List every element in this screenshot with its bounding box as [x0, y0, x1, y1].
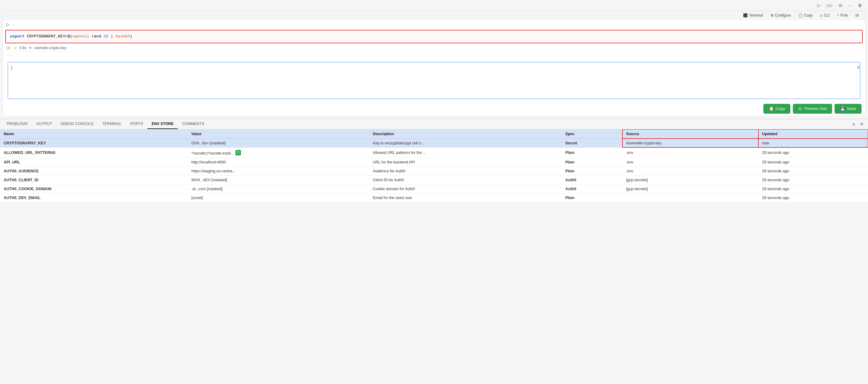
table-header-row: Name Value Description Spec Source Updat…: [0, 129, 868, 139]
cell-name: AUTH0_CLIENT_ID: [0, 175, 188, 184]
split-button[interactable]: ⊟: [836, 2, 845, 9]
cell-value: WVK...kEV [masked]: [191, 178, 227, 182]
panel-tab-actions: ∧ ✕: [850, 121, 866, 127]
table-row[interactable]: AUTH0_DEV_EMAIL [unset] Email for the se…: [0, 193, 868, 202]
cell-actions: 📋 Copy ⊙ Preview Gist 💾 Save: [3, 101, 865, 116]
cell-source: .env: [622, 167, 758, 175]
cell-value-col: GVA...6o= [masked]: [188, 139, 369, 147]
cell-run-button[interactable]: ▷: [6, 22, 10, 27]
code-pipe: |: [108, 34, 115, 39]
col-name: Name: [0, 129, 188, 139]
cell-name: overwite-crypto-key: [34, 46, 66, 50]
col-source: Source: [622, 129, 758, 139]
tab-comments[interactable]: COMMENTS: [178, 119, 208, 129]
cell-1: ▷ ⌄ export CRYPTOGRAPHY_KEY=$(openssl ra…: [3, 20, 865, 52]
configure-button[interactable]: ⚙ Configure: [768, 12, 794, 19]
cell-spec: Plain: [562, 167, 622, 175]
cell-number: [3]: [6, 46, 10, 50]
top-toolbar: ▷ ▷▷ ⊟ ··· 🗑: [0, 0, 868, 11]
code-func: openssl: [72, 34, 89, 39]
edit-icon: ✏: [29, 46, 32, 50]
cli-button[interactable]: ▷ CLI: [818, 12, 832, 19]
cell-value-col: ^vscode:|^vscode-insid...: [188, 147, 369, 157]
panel-close-button[interactable]: ✕: [858, 121, 866, 127]
close-cell-button[interactable]: ✕: [856, 64, 860, 70]
cell-value: https://staging.us-centra...: [191, 169, 236, 173]
tab-ports[interactable]: PORTS: [126, 119, 147, 129]
copy-icon: 📋: [769, 106, 774, 111]
cell-description: URL for the backend API: [369, 157, 562, 167]
copy-button[interactable]: 📋 Copy: [763, 104, 790, 114]
sh-button[interactable]: sh: [852, 12, 862, 19]
cell-spec: Secret: [562, 139, 622, 147]
cell-description: Email for the seed user: [369, 193, 562, 202]
empty-cell-input[interactable]: [8, 62, 860, 99]
save-button[interactable]: 💾 Save: [835, 104, 862, 114]
cell-updated: 29 seconds ago: [758, 184, 868, 193]
cell-name: AUTH0_COOKIE_DOMAIN: [0, 184, 188, 193]
cell-description: Allowed URL patterns for the ...: [369, 147, 562, 157]
table-row[interactable]: AUTH0_CLIENT_ID WVK...kEV [masked] Clien…: [0, 175, 868, 184]
cell-spec: Plain: [562, 193, 622, 202]
col-value: Value: [188, 129, 369, 139]
cell-spec: Auth0: [562, 184, 622, 193]
tab-terminal[interactable]: TERMINAL: [98, 119, 126, 129]
fork-button[interactable]: ⑂ Fork: [835, 12, 850, 19]
cell-updated: 29 seconds ago: [758, 167, 868, 175]
bottom-panel: PROBLEMS OUTPUT DEBUG CONSOLE TERMINAL P…: [0, 119, 868, 202]
empty-cell-wrapper: ✕: [5, 62, 863, 99]
cell-description: Cookie domain for Auth0: [369, 184, 562, 193]
col-description: Description: [369, 129, 562, 139]
cell-name: AUTH0_DEV_EMAIL: [0, 193, 188, 202]
cell-code-block: export CRYPTOGRAPHY_KEY=$(openssl rand 3…: [5, 30, 863, 43]
copy-toolbar-button[interactable]: 📋 Copy: [796, 12, 815, 19]
cell-updated: 29 seconds ago: [758, 157, 868, 167]
cell-description: Audience for Auth0: [369, 167, 562, 175]
cell-source: [gcp:secrets]: [622, 175, 758, 184]
delete-button[interactable]: 🗑: [856, 2, 864, 9]
more-button[interactable]: ···: [846, 2, 854, 9]
tab-debug-console[interactable]: DEBUG CONSOLE: [56, 119, 98, 129]
run-button[interactable]: ▷: [815, 2, 823, 9]
cell-source: .env: [622, 147, 758, 157]
cell-updated: 29 seconds ago: [758, 175, 868, 184]
table-row[interactable]: AUTH0_AUDIENCE https://staging.us-centra…: [0, 167, 868, 175]
cell-spec: Plain: [562, 147, 622, 157]
table-row[interactable]: API_URL http://localhost:4000 URL for th…: [0, 157, 868, 167]
cell-updated: 29 seconds ago: [758, 147, 868, 157]
cursor: [12, 65, 12, 70]
cell-updated: 29 seconds ago: [758, 193, 868, 202]
tab-output[interactable]: OUTPUT: [32, 119, 57, 129]
table-row[interactable]: CRYPTOGRAPHY_KEY GVA...6o= [masked] Key …: [0, 139, 868, 147]
github-icon: ⊙: [798, 106, 802, 112]
cell-source: [622, 193, 758, 202]
cell-description: Client ID for Auth0: [369, 175, 562, 184]
preview-gist-button[interactable]: ⊙ Preview Gist: [793, 104, 832, 114]
code-close: ): [130, 34, 132, 39]
cell-name: API_URL: [0, 157, 188, 167]
cell-time: 0.8s: [19, 46, 26, 50]
cell-header: ▷ ⌄: [3, 20, 865, 29]
cell-value: .st...com [masked]: [191, 187, 222, 191]
cell-name: ALLOWED_URL_PATTERNS: [0, 147, 188, 157]
cell-description: Key to encrypt/decrypt cell o...: [369, 139, 562, 147]
configure-icon: ⚙: [770, 13, 774, 18]
env-table-body: CRYPTOGRAPHY_KEY GVA...6o= [masked] Key …: [0, 139, 868, 202]
table-row[interactable]: ALLOWED_URL_PATTERNS ^vscode:|^vscode-in…: [0, 147, 868, 157]
env-store-table-wrapper: Name Value Description Spec Source Updat…: [0, 129, 868, 202]
run-all-button[interactable]: ▷▷: [824, 2, 835, 9]
copy-toolbar-icon: 📋: [798, 13, 803, 18]
cell-value: GVA...6o= [masked]: [191, 141, 226, 145]
panel-collapse-button[interactable]: ∧: [850, 121, 857, 127]
cell-value-col: http://localhost:4000: [188, 157, 369, 167]
cell-status: [3] ✓ 0.8s ✏ overwite-crypto-key: [3, 45, 865, 51]
tab-env-store[interactable]: ENV STORE: [147, 119, 178, 129]
cell-source: [gcp:secrets]: [622, 184, 758, 193]
terminal-button[interactable]: ⬛ Terminal: [741, 12, 765, 19]
cell-updated: now: [758, 139, 868, 147]
cell-value: ^vscode:|^vscode-insid...: [191, 151, 234, 155]
table-row[interactable]: AUTH0_COOKIE_DOMAIN .st...com [masked] C…: [0, 184, 868, 193]
copy-value-button[interactable]: [236, 150, 241, 155]
tab-problems[interactable]: PROBLEMS: [2, 119, 32, 129]
cell-name: AUTH0_AUDIENCE: [0, 167, 188, 175]
